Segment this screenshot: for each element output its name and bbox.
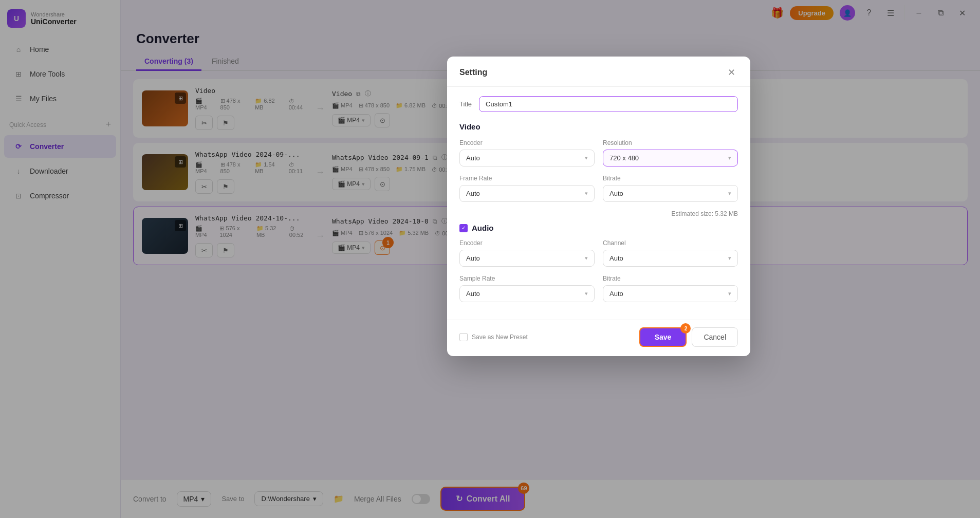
channel-label: Channel — [603, 239, 738, 247]
modal-header: Setting ✕ — [447, 57, 750, 87]
bitrate-value: Auto — [609, 190, 623, 197]
audio-label: Audio — [472, 224, 494, 232]
bitrate-field: Bitrate Auto ▾ — [603, 175, 738, 202]
preset-row: Save as New Preset — [459, 333, 528, 341]
modal-footer: Save as New Preset Save 2 Cancel — [447, 320, 750, 356]
bitrate-select[interactable]: Auto ▾ — [603, 185, 738, 202]
sample-rate-field: Sample Rate Auto ▾ — [459, 275, 595, 302]
channel-select[interactable]: Auto ▾ — [603, 250, 738, 267]
save-badge: 2 — [680, 323, 691, 334]
audio-checkbox[interactable]: ✓ — [459, 224, 468, 232]
save-label: Save — [655, 333, 672, 341]
encoder-field: Encoder Auto ▾ — [459, 139, 595, 166]
encoder-select[interactable]: Auto ▾ — [459, 150, 595, 166]
preset-label: Save as New Preset — [472, 334, 528, 341]
preset-checkbox[interactable] — [459, 333, 468, 341]
sample-rate-select[interactable]: Auto ▾ — [459, 285, 595, 302]
audio-bitrate-select[interactable]: Auto ▾ — [603, 285, 738, 302]
resolution-label: Resolution — [603, 139, 738, 146]
frame-rate-value: Auto — [466, 190, 480, 197]
resolution-field: Resolution 720 x 480 ▾ — [603, 139, 738, 166]
audio-bitrate-label: Bitrate — [603, 275, 738, 282]
audio-header: ✓ Audio — [459, 224, 738, 232]
audio-encoder-label: Encoder — [459, 239, 595, 247]
sample-rate-label: Sample Rate — [459, 275, 595, 282]
estimated-size: Estimated size: 5.32 MB — [459, 210, 738, 217]
audio-bitrate-field: Bitrate Auto ▾ — [603, 275, 738, 302]
video-section-label: Video — [459, 122, 738, 131]
frame-rate-field: Frame Rate Auto ▾ — [459, 175, 595, 202]
modal-buttons: Save 2 Cancel — [639, 327, 738, 347]
modal-body: Title Video Encoder Auto ▾ Resolution 72… — [447, 87, 750, 320]
audio-encoder-value: Auto — [466, 254, 480, 262]
audio-encoder-select[interactable]: Auto ▾ — [459, 250, 595, 267]
frame-rate-select[interactable]: Auto ▾ — [459, 185, 595, 202]
encoder-label: Encoder — [459, 139, 595, 146]
audio-bitrate-value: Auto — [609, 290, 623, 298]
title-input[interactable] — [479, 96, 738, 112]
bitrate-label: Bitrate — [603, 175, 738, 182]
encoder-value: Auto — [466, 154, 480, 162]
resolution-select[interactable]: 720 x 480 ▾ — [603, 150, 738, 166]
frame-rate-label: Frame Rate — [459, 175, 595, 182]
audio-form-grid: Encoder Auto ▾ Channel Auto ▾ Sample Rat… — [459, 239, 738, 302]
title-row: Title — [459, 96, 738, 112]
modal-close-btn[interactable]: ✕ — [725, 66, 738, 79]
save-button[interactable]: Save 2 — [639, 327, 687, 347]
channel-field: Channel Auto ▾ — [603, 239, 738, 267]
sample-rate-value: Auto — [466, 290, 480, 298]
resolution-value: 720 x 480 — [609, 154, 639, 162]
video-form-grid: Encoder Auto ▾ Resolution 720 x 480 ▾ Fr… — [459, 139, 738, 202]
modal-title: Setting — [459, 68, 487, 77]
channel-value: Auto — [609, 254, 623, 262]
title-field-label: Title — [459, 100, 472, 108]
cancel-button[interactable]: Cancel — [692, 327, 738, 347]
setting-modal: Setting ✕ Title Video Encoder Auto ▾ Res… — [447, 57, 750, 356]
audio-encoder-field: Encoder Auto ▾ — [459, 239, 595, 267]
audio-section: ✓ Audio Encoder Auto ▾ Channel Auto ▾ — [459, 224, 738, 302]
